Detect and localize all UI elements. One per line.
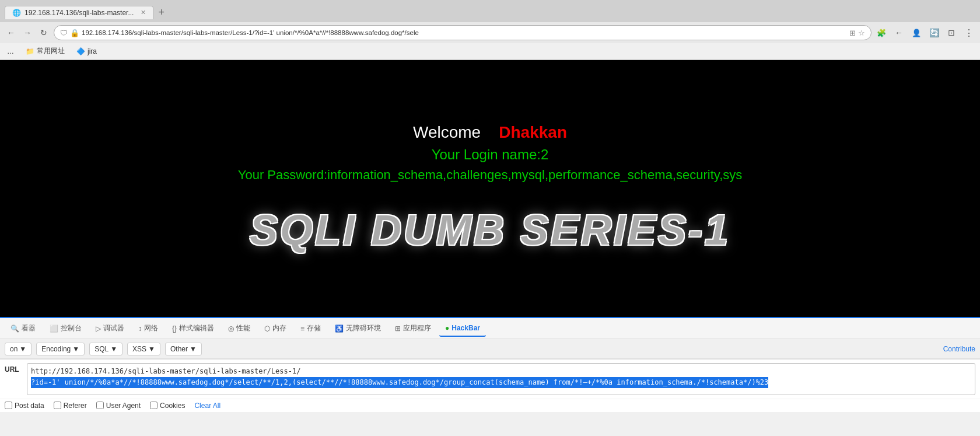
extensions-icon[interactable]: 🧩 xyxy=(875,26,888,39)
encoding-label: Encoding xyxy=(41,345,71,353)
tab-title: 192.168.174.136/sqli-labs-master... xyxy=(24,9,134,17)
debugger-icon: ▷ xyxy=(96,325,101,333)
encoding-dropdown-icon: ▼ xyxy=(72,345,79,353)
on-label: on xyxy=(10,345,18,353)
application-icon: ⊞ xyxy=(395,325,401,333)
url-input-display[interactable]: http://192.168.174.136/sqli-labs-master/… xyxy=(27,363,975,395)
post-data-checkbox-label[interactable]: Post data xyxy=(5,402,44,410)
devtools-tab-console[interactable]: ⬜ 控制台 xyxy=(44,320,88,337)
bookmark-item-dots[interactable]: … xyxy=(5,46,16,57)
login-name: Your Login name:2 xyxy=(432,147,549,163)
shield-icon: 🛡 xyxy=(60,29,68,37)
post-data-label: Post data xyxy=(15,402,44,410)
back-icon[interactable]: ← xyxy=(892,26,905,39)
devtools-tab-storage[interactable]: ≡ 存储 xyxy=(295,320,327,337)
style-icon: {} xyxy=(172,325,177,333)
console-icon: ⬜ xyxy=(50,325,58,333)
bookmark-item-common[interactable]: 📁 常用网址 xyxy=(23,45,67,57)
hackbar-xss-button[interactable]: XSS ▼ xyxy=(127,343,160,355)
network-icon: ↕ xyxy=(138,325,142,333)
devtools-tab-memory[interactable]: ⬡ 内存 xyxy=(258,320,292,337)
referer-label: Referer xyxy=(64,402,87,410)
referer-checkbox[interactable] xyxy=(54,402,61,409)
xss-dropdown-icon: ▼ xyxy=(148,345,155,353)
welcome-name: Dhakkan xyxy=(499,123,567,141)
reload-button[interactable]: ↻ xyxy=(37,26,50,39)
memory-icon: ⬡ xyxy=(264,325,270,333)
folder-icon: 📁 xyxy=(26,47,34,55)
performance-icon: ◎ xyxy=(228,325,234,333)
url-label: URL xyxy=(5,363,22,374)
bookmark-icon[interactable]: ⊡ xyxy=(945,26,958,39)
active-tab[interactable]: 🌐 192.168.174.136/sqli-labs-master... ✕ xyxy=(5,6,153,19)
hackbar-toolbar: on ▼ Encoding ▼ SQL ▼ XSS ▼ Other ▼ Cont… xyxy=(0,339,980,359)
referer-checkbox-label[interactable]: Referer xyxy=(54,402,87,410)
sync-icon[interactable]: 🔄 xyxy=(928,26,940,39)
hackbar-url-section: URL http://192.168.174.136/sqli-labs-mas… xyxy=(0,359,980,399)
sqli-title: SQLI DUMB SERIES-1 xyxy=(250,206,730,254)
cookies-checkbox[interactable] xyxy=(150,402,158,409)
devtools-tab-inspector[interactable]: 🔍 看器 xyxy=(5,320,41,337)
url-line2-selected: ?id=-1' union/*/%0a*a*//*!88888www.safed… xyxy=(31,377,768,388)
devtools-tab-accessibility[interactable]: ♿ 无障碍环境 xyxy=(329,320,387,337)
welcome-line: Welcome Dhakkan xyxy=(413,123,567,142)
password-text: Your Password:information_schema,challen… xyxy=(238,168,743,183)
on-dropdown-icon: ▼ xyxy=(19,345,26,353)
storage-icon: ≡ xyxy=(300,325,304,333)
forward-button[interactable]: → xyxy=(21,26,34,39)
star-icon[interactable]: ☆ xyxy=(858,29,865,37)
inspector-icon: 🔍 xyxy=(10,325,19,333)
address-box[interactable]: 🛡 🔒 192.168.174.136/sqli-labs-master/sql… xyxy=(54,25,872,40)
welcome-white: Welcome xyxy=(413,123,481,141)
devtools-tab-performance[interactable]: ◎ 性能 xyxy=(222,320,256,337)
hackbar-circle-icon: ● xyxy=(445,324,449,332)
dots-icon: … xyxy=(7,47,14,55)
toolbar-icons: 🧩 ← 👤 🔄 ⊡ ⋮ xyxy=(875,26,975,39)
hackbar-encoding-button[interactable]: Encoding ▼ xyxy=(36,343,85,355)
sql-label: SQL xyxy=(94,345,108,353)
user-agent-label: User Agent xyxy=(106,402,141,410)
other-label: Other xyxy=(170,345,188,353)
tab-favicon: 🌐 xyxy=(12,9,21,17)
hackbar-options-row: Post data Referer User Agent Cookies Cle… xyxy=(0,399,980,412)
tab-close[interactable]: ✕ xyxy=(141,9,146,16)
address-text: 192.168.174.136/sqli-labs-master/sqli-la… xyxy=(82,29,419,36)
jira-icon: 🔷 xyxy=(76,47,85,55)
cookies-label: Cookies xyxy=(160,402,185,410)
tab-bar: 🌐 192.168.174.136/sqli-labs-master... ✕ … xyxy=(0,0,980,22)
user-agent-checkbox[interactable] xyxy=(96,402,104,409)
devtools-tab-debugger[interactable]: ▷ 调试器 xyxy=(90,320,130,337)
address-bar-row: ← → ↻ 🛡 🔒 192.168.174.136/sqli-labs-mast… xyxy=(0,22,980,43)
sql-dropdown-icon: ▼ xyxy=(110,345,117,353)
main-content: Welcome Dhakkan Your Login name:2 Your P… xyxy=(0,60,980,317)
user-agent-checkbox-label[interactable]: User Agent xyxy=(96,402,141,410)
contribute-link[interactable]: Contribute xyxy=(943,345,975,353)
browser-chrome: 🌐 192.168.174.136/sqli-labs-master... ✕ … xyxy=(0,0,980,60)
accessibility-icon: ♿ xyxy=(335,325,344,333)
url-line1: http://192.168.174.136/sqli-labs-master/… xyxy=(31,366,971,377)
xss-label: XSS xyxy=(132,345,146,353)
menu-icon[interactable]: ⋮ xyxy=(963,26,975,39)
qr-icon: ⊞ xyxy=(849,29,856,37)
cookies-checkbox-label[interactable]: Cookies xyxy=(150,402,185,410)
bookmarks-bar: … 📁 常用网址 🔷 jira xyxy=(0,43,980,60)
clear-all-button[interactable]: Clear All xyxy=(194,402,220,410)
bookmark-item-jira[interactable]: 🔷 jira xyxy=(74,46,99,57)
devtools-tab-network[interactable]: ↕ 网络 xyxy=(132,320,164,337)
jira-label: jira xyxy=(88,47,97,55)
hackbar-on-button[interactable]: on ▼ xyxy=(5,343,32,355)
devtools-bar: 🔍 看器 ⬜ 控制台 ▷ 调试器 ↕ 网络 {} 样式编辑器 ◎ 性能 ⬡ 内存… xyxy=(0,317,980,339)
post-data-checkbox[interactable] xyxy=(5,402,12,409)
new-tab-button[interactable]: + xyxy=(158,6,164,19)
url-input-row: URL http://192.168.174.136/sqli-labs-mas… xyxy=(0,360,980,399)
hackbar-other-button[interactable]: Other ▼ xyxy=(165,343,202,355)
devtools-tab-hackbar[interactable]: ● HackBar xyxy=(439,320,486,337)
back-button[interactable]: ← xyxy=(5,26,18,39)
devtools-tab-style-editor[interactable]: {} 样式编辑器 xyxy=(166,320,220,337)
profile-icon[interactable]: 👤 xyxy=(910,26,923,39)
hackbar-sql-button[interactable]: SQL ▼ xyxy=(89,343,123,355)
bookmark-label: 常用网址 xyxy=(37,46,65,56)
lock-icon: 🔒 xyxy=(70,29,79,37)
other-dropdown-icon: ▼ xyxy=(190,345,197,353)
devtools-tab-application[interactable]: ⊞ 应用程序 xyxy=(389,320,437,337)
